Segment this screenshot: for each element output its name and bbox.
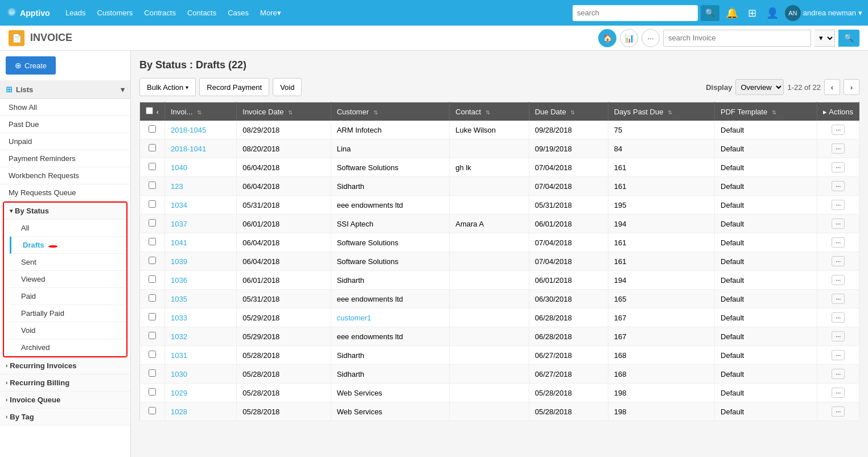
contact-sort[interactable]: ⇅ bbox=[486, 109, 490, 116]
invoice-queue-header[interactable]: › Invoice Queue bbox=[0, 392, 130, 409]
row-checkbox-9[interactable] bbox=[149, 294, 156, 302]
void-button[interactable]: Void bbox=[273, 78, 302, 96]
search-invoice-button[interactable]: 🔍 bbox=[838, 30, 859, 47]
row-checkbox-cell[interactable] bbox=[140, 121, 165, 139]
row-customer-14[interactable]: Web Services bbox=[331, 384, 450, 402]
row-invoice-13[interactable]: 1030 bbox=[164, 365, 236, 384]
notifications-icon[interactable]: 🔔 bbox=[722, 7, 742, 19]
pdf-template-sort[interactable]: ⇅ bbox=[772, 109, 776, 116]
row-actions-12[interactable]: ··· bbox=[817, 346, 859, 365]
recurring-invoices-header[interactable]: › Recurring Invoices bbox=[0, 357, 130, 374]
row-invoice-7[interactable]: 1039 bbox=[164, 252, 236, 271]
row-actions-15[interactable]: ··· bbox=[817, 402, 859, 421]
row-actions-button-3[interactable]: ··· bbox=[832, 181, 845, 191]
nav-customers[interactable]: Customers bbox=[91, 0, 138, 26]
sidebar-item-status-all[interactable]: All bbox=[10, 220, 126, 237]
row-actions-8[interactable]: ··· bbox=[817, 271, 859, 290]
row-invoice-12[interactable]: 1031 bbox=[164, 346, 236, 365]
create-button[interactable]: Create bbox=[6, 56, 56, 75]
invoice-link-10[interactable]: 1033 bbox=[171, 314, 187, 322]
row-customer-10[interactable]: customer1 bbox=[331, 308, 450, 327]
row-checkbox-cell[interactable] bbox=[140, 252, 165, 271]
invoice-link-11[interactable]: 1032 bbox=[171, 332, 187, 341]
sidebar-item-status-void[interactable]: Void bbox=[10, 322, 126, 339]
row-actions-button-4[interactable]: ··· bbox=[832, 200, 845, 210]
row-customer-0[interactable]: ARM Infotech bbox=[331, 121, 450, 139]
row-customer-15[interactable]: Web Services bbox=[331, 402, 450, 421]
recurring-billing-header[interactable]: › Recurring Billing bbox=[0, 374, 130, 392]
row-actions-button-14[interactable]: ··· bbox=[832, 388, 845, 398]
row-customer-5[interactable]: SSI Aptech bbox=[331, 215, 450, 233]
row-checkbox-0[interactable] bbox=[149, 125, 156, 133]
invoice-link-7[interactable]: 1039 bbox=[171, 257, 187, 266]
row-actions-2[interactable]: ··· bbox=[817, 158, 859, 177]
row-checkbox-cell[interactable] bbox=[140, 290, 165, 308]
invoice-link-13[interactable]: 1030 bbox=[171, 370, 187, 378]
invoice-link-4[interactable]: 1034 bbox=[171, 201, 187, 209]
row-invoice-9[interactable]: 1035 bbox=[164, 290, 236, 308]
col-select-all[interactable]: ‹ bbox=[140, 102, 165, 121]
row-customer-6[interactable]: Software Solutions bbox=[331, 233, 450, 252]
sidebar-item-my-requests-queue[interactable]: My Requests Queue bbox=[0, 184, 130, 201]
row-invoice-0[interactable]: 2018-1045 bbox=[164, 121, 236, 139]
row-actions-5[interactable]: ··· bbox=[817, 215, 859, 233]
row-invoice-15[interactable]: 1028 bbox=[164, 402, 236, 421]
row-checkbox-15[interactable] bbox=[149, 407, 156, 414]
customer-link-10[interactable]: customer1 bbox=[337, 314, 372, 322]
invoice-link-8[interactable]: 1036 bbox=[171, 276, 187, 285]
user-info[interactable]: AN andrea newman ▾ bbox=[785, 5, 862, 21]
nav-cases[interactable]: Cases bbox=[222, 0, 254, 26]
search-invoice-select[interactable]: ▾ bbox=[814, 30, 835, 47]
row-invoice-11[interactable]: 1032 bbox=[164, 327, 236, 346]
select-all-checkbox[interactable] bbox=[146, 107, 153, 114]
row-checkbox-cell[interactable] bbox=[140, 158, 165, 177]
row-actions-button-6[interactable]: ··· bbox=[832, 237, 845, 248]
col-customer[interactable]: Customer ⇅ bbox=[331, 102, 450, 121]
row-customer-7[interactable]: Software Solutions bbox=[331, 252, 450, 271]
row-checkbox-11[interactable] bbox=[149, 332, 156, 339]
row-checkbox-cell[interactable] bbox=[140, 177, 165, 196]
invoice-link-5[interactable]: 1037 bbox=[171, 220, 187, 228]
invoice-link-1[interactable]: 2018-1041 bbox=[171, 145, 206, 153]
row-invoice-6[interactable]: 1041 bbox=[164, 233, 236, 252]
sidebar-item-status-paid[interactable]: Paid bbox=[10, 288, 126, 305]
row-actions-button-12[interactable]: ··· bbox=[832, 350, 845, 360]
invoice-link-15[interactable]: 1028 bbox=[171, 407, 187, 416]
row-customer-8[interactable]: Sidharth bbox=[331, 271, 450, 290]
sidebar-item-show-all[interactable]: Show All bbox=[0, 99, 130, 116]
row-checkbox-12[interactable] bbox=[149, 351, 156, 358]
row-invoice-5[interactable]: 1037 bbox=[164, 215, 236, 233]
user-settings-icon[interactable]: 👤 bbox=[763, 7, 782, 19]
sidebar-item-status-viewed[interactable]: Viewed bbox=[10, 271, 126, 288]
row-actions-6[interactable]: ··· bbox=[817, 233, 859, 252]
row-checkbox-cell[interactable] bbox=[140, 402, 165, 421]
chart-icon-button[interactable]: 📊 bbox=[620, 29, 638, 47]
row-checkbox-cell[interactable] bbox=[140, 139, 165, 158]
row-invoice-10[interactable]: 1033 bbox=[164, 308, 236, 327]
more-options-button[interactable]: ··· bbox=[641, 29, 660, 47]
row-actions-7[interactable]: ··· bbox=[817, 252, 859, 271]
row-checkbox-13[interactable] bbox=[149, 369, 156, 377]
nav-contracts[interactable]: Contracts bbox=[138, 0, 182, 26]
col-pdf-template[interactable]: PDF Template ⇅ bbox=[715, 102, 817, 121]
row-invoice-14[interactable]: 1029 bbox=[164, 384, 236, 402]
row-checkbox-cell[interactable] bbox=[140, 346, 165, 365]
row-checkbox-2[interactable] bbox=[149, 163, 156, 170]
sidebar-item-status-archived[interactable]: Archived bbox=[10, 339, 126, 356]
row-customer-4[interactable]: eee endowments ltd bbox=[331, 196, 450, 215]
nav-contacts[interactable]: Contacts bbox=[182, 0, 222, 26]
row-invoice-3[interactable]: 123 bbox=[164, 177, 236, 196]
row-actions-button-7[interactable]: ··· bbox=[832, 256, 845, 266]
nav-leads[interactable]: Leads bbox=[60, 0, 91, 26]
row-checkbox-cell[interactable] bbox=[140, 271, 165, 290]
row-actions-14[interactable]: ··· bbox=[817, 384, 859, 402]
user-dropdown-arrow[interactable]: ▾ bbox=[858, 9, 862, 17]
invoice-link-6[interactable]: 1041 bbox=[171, 238, 187, 247]
row-checkbox-6[interactable] bbox=[149, 238, 156, 245]
record-payment-button[interactable]: Record Payment bbox=[199, 78, 269, 96]
row-actions-3[interactable]: ··· bbox=[817, 177, 859, 196]
row-customer-1[interactable]: Lina bbox=[331, 139, 450, 158]
row-checkbox-4[interactable] bbox=[149, 200, 156, 208]
row-actions-button-11[interactable]: ··· bbox=[832, 331, 845, 341]
row-checkbox-cell[interactable] bbox=[140, 384, 165, 402]
